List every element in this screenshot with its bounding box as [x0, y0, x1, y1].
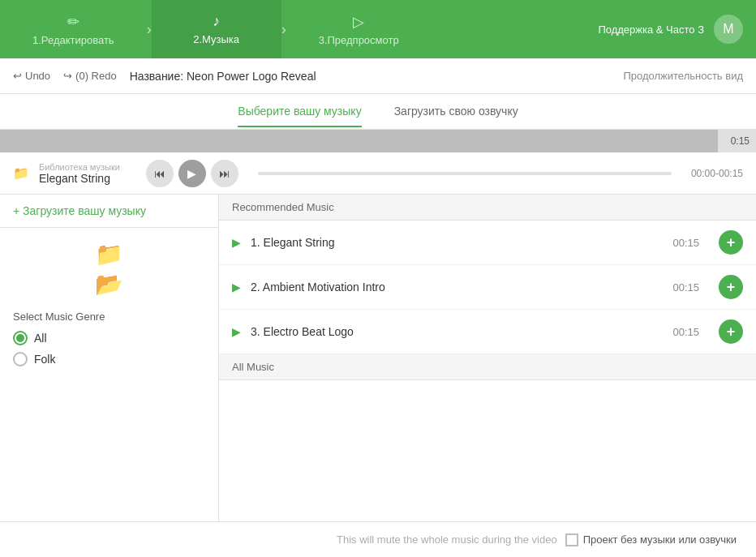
play-icon-2[interactable]: ▶: [232, 281, 241, 293]
library-folder-icon: 📁: [13, 165, 29, 181]
sidebar: + Загрузите вашу музыку 📁 📂 Select Music…: [0, 195, 219, 521]
preview-icon: ▷: [353, 13, 364, 31]
no-music-checkbox-area[interactable]: Проект без музыки или озвучки: [565, 533, 737, 546]
step1-label: 1.Редактировать: [32, 34, 114, 46]
track-name-1: 1. Elegant String: [251, 236, 663, 249]
nav-avatar[interactable]: M: [714, 15, 743, 44]
play-icon-1[interactable]: ▶: [232, 236, 241, 249]
genre-all-label: All: [34, 332, 47, 345]
audio-progress-bar[interactable]: 0:15: [0, 130, 756, 152]
track-name-2: 2. Ambient Motivation Intro: [251, 281, 663, 293]
player-time: 00:00-00:15: [691, 168, 743, 179]
folder-icons: 📁 📂: [0, 228, 218, 304]
music-nav-icon: ♪: [213, 13, 220, 30]
tab-choose-music[interactable]: Выберите вашу музыку: [238, 96, 361, 127]
recommended-header: Recommended Music: [219, 195, 756, 221]
mute-text: This will mute the whole music during th…: [337, 533, 557, 546]
upload-music-button[interactable]: + Загрузите вашу музыку: [0, 195, 218, 228]
add-track-2-button[interactable]: +: [719, 275, 743, 299]
track-duration-3: 00:15: [672, 326, 699, 338]
footer-bar: This will mute the whole music during th…: [0, 521, 756, 557]
play-button[interactable]: ▶: [178, 160, 206, 187]
genre-section: Select Music Genre All Folk: [0, 304, 218, 379]
tabs-bar: Выберите вашу музыку Загрузить свою озву…: [0, 94, 756, 130]
track-row-1[interactable]: ▶ 1. Elegant String 00:15 +: [219, 221, 756, 265]
duration-label: Продолжительность вид: [623, 70, 743, 82]
undo-button[interactable]: ↩ Undo: [13, 70, 50, 82]
player-controls: ⏮ ▶ ⏭: [146, 160, 238, 187]
tab-upload-voiceover[interactable]: Загрузить свою озвучку: [394, 96, 518, 127]
track-row-2[interactable]: ▶ 2. Ambient Motivation Intro 00:15 +: [219, 265, 756, 310]
folder-green-icon: 📂: [95, 271, 123, 298]
audio-progress-fill: [0, 130, 718, 152]
library-label: Библиотека музыки: [39, 162, 120, 172]
nav-step-music[interactable]: ♪ 2.Музыка: [152, 0, 281, 58]
track-name-3: 3. Electro Beat Logo: [251, 325, 663, 338]
add-track-1-button[interactable]: +: [719, 230, 743, 255]
step3-label: 3.Предпросмотр: [319, 34, 399, 46]
play-icon-3[interactable]: ▶: [232, 325, 241, 338]
prev-button[interactable]: ⏮: [146, 160, 174, 187]
all-music-header: All Music: [219, 354, 756, 380]
player-timeline[interactable]: [258, 172, 672, 175]
folder-gray-icon: 📁: [95, 241, 123, 268]
redo-icon: ↪: [63, 70, 72, 82]
genre-all-radio-fill: [16, 334, 24, 342]
track-duration-2: 00:15: [672, 281, 699, 293]
track-duration-1: 00:15: [672, 237, 699, 249]
redo-label: (0) Redo: [75, 70, 117, 82]
genre-all[interactable]: All: [13, 331, 205, 345]
nav-support[interactable]: Поддержка & Часто З M: [598, 0, 756, 58]
step2-label: 2.Музыка: [193, 33, 239, 45]
edit-icon: ✏: [67, 13, 79, 31]
undo-label: Undo: [25, 70, 50, 82]
no-music-label: Проект без музыки или озвучки: [583, 533, 737, 546]
undo-icon: ↩: [13, 70, 22, 82]
genre-title: Select Music Genre: [13, 311, 205, 323]
toolbar: ↩ Undo ↪ (0) Redo Название: Neon Power L…: [0, 58, 756, 94]
genre-folk-radio[interactable]: [13, 352, 28, 366]
genre-all-radio[interactable]: [13, 331, 28, 345]
player-track-title: Elegant String: [39, 172, 110, 185]
nav-step-preview[interactable]: ▷ 3.Предпросмотр: [286, 0, 432, 58]
main-content: + Загрузите вашу музыку 📁 📂 Select Music…: [0, 195, 756, 521]
genre-folk[interactable]: Folk: [13, 352, 205, 366]
track-row-3[interactable]: ▶ 3. Electro Beat Logo 00:15 +: [219, 310, 756, 354]
player-track-info: Библиотека музыки Elegant String: [39, 162, 120, 185]
nav-step-edit[interactable]: ✏ 1.Редактировать: [0, 0, 147, 58]
no-music-checkbox[interactable]: [565, 533, 578, 546]
genre-folk-label: Folk: [34, 353, 55, 366]
audio-time: 0:15: [731, 135, 750, 147]
project-title: Название: Neon Power Logo Reveal: [130, 70, 611, 83]
next-button[interactable]: ⏭: [211, 160, 238, 187]
top-nav: ✏ 1.Редактировать › ♪ 2.Музыка › ▷ 3.Пре…: [0, 0, 756, 58]
music-list: Recommended Music ▶ 1. Elegant String 00…: [219, 195, 756, 521]
redo-button[interactable]: ↪ (0) Redo: [63, 70, 117, 82]
player-row: 📁 Библиотека музыки Elegant String ⏮ ▶ ⏭…: [0, 152, 756, 195]
add-track-3-button[interactable]: +: [719, 319, 743, 344]
